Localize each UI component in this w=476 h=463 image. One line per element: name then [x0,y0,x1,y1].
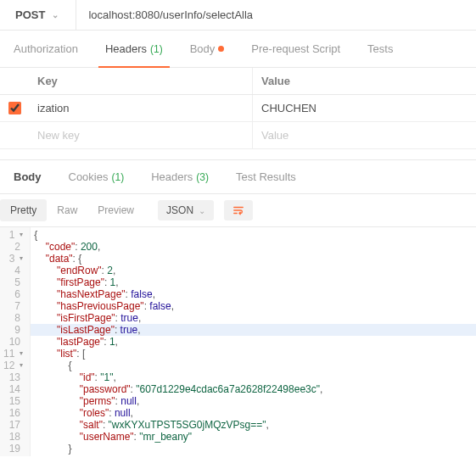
kv-value-cell[interactable]: CHUCHEN [253,95,476,121]
line-gutter: 1▾ 2 3▾ 4 5 6 7 8 9 10 11▾ 12▾ 13 14 15 … [0,227,31,456]
kv-key-placeholder[interactable]: New key [29,122,253,148]
kv-key-header: Key [29,68,253,94]
resp-tab-headers[interactable]: Headers (3) [137,160,222,193]
fmt-preview[interactable]: Preview [87,199,144,221]
code-content: { "code": 200, "data": { "endRow": 2, "f… [31,227,476,456]
fmt-raw[interactable]: Raw [47,199,87,221]
tab-authorization[interactable]: Authorization [0,31,92,67]
response-body[interactable]: 1▾ 2 3▾ 4 5 6 7 8 9 10 11▾ 12▾ 13 14 15 … [0,227,476,456]
tab-tests[interactable]: Tests [354,31,406,67]
kv-row-new: New key Value [0,122,476,149]
headers-count: (1) [150,43,163,55]
tab-body[interactable]: Body [176,31,238,67]
chevron-down-icon: ⌄ [52,10,59,20]
resp-tab-testresults[interactable]: Test Results [222,160,310,193]
fmt-pretty[interactable]: Pretty [0,199,47,221]
kv-value-header: Value [253,68,476,94]
kv-value-placeholder[interactable]: Value [253,122,476,148]
chevron-down-icon: ⌄ [199,206,205,215]
fmt-type-select[interactable]: JSON ⌄ [158,200,214,220]
kv-row-checkbox[interactable] [8,102,21,114]
method-label: POST [15,8,45,21]
tab-headers[interactable]: Headers (1) [92,31,176,67]
tab-prerequest[interactable]: Pre-request Script [238,31,354,67]
wrap-lines-icon[interactable] [224,200,253,220]
kv-key-cell[interactable]: ization [29,95,253,121]
kv-row: ization CHUCHEN [0,95,476,122]
body-modified-dot [218,46,224,52]
url-input[interactable] [76,0,476,30]
http-method-select[interactable]: POST ⌄ [0,0,76,30]
resp-tab-body[interactable]: Body [0,160,55,193]
resp-tab-cookies[interactable]: Cookies (1) [55,160,138,193]
